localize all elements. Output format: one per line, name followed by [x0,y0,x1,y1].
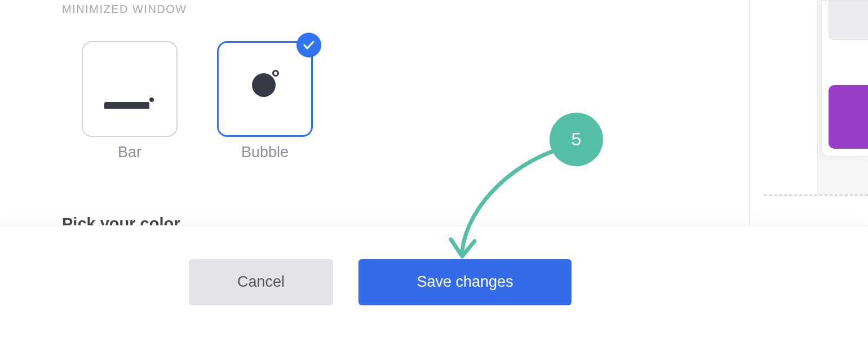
preview-purple-box [829,85,868,149]
option-bubble-label: Bubble [241,144,289,161]
step-badge: 5 [550,113,603,166]
option-bubble[interactable]: Bubble [217,41,313,161]
option-bar-label: Bar [118,144,141,161]
bar-icon [104,99,155,109]
option-bar-box [82,41,178,137]
save-changes-button[interactable]: Save changes [358,259,572,305]
right-card-edge [821,0,868,157]
preview-top-box [829,1,868,40]
option-bar[interactable]: Bar [82,41,178,161]
minimized-window-options: Bar Bubble [82,41,749,161]
bubble-icon [251,70,279,98]
option-bubble-box [217,41,313,137]
main-panel: MINIMIZED WINDOW Bar [23,0,750,225]
footer-actions: Cancel Save changes [0,225,868,338]
cancel-button[interactable]: Cancel [189,259,333,305]
dashed-divider [764,194,868,196]
section-label: MINIMIZED WINDOW [62,3,749,16]
step-number: 5 [572,129,582,150]
check-icon [296,33,321,57]
